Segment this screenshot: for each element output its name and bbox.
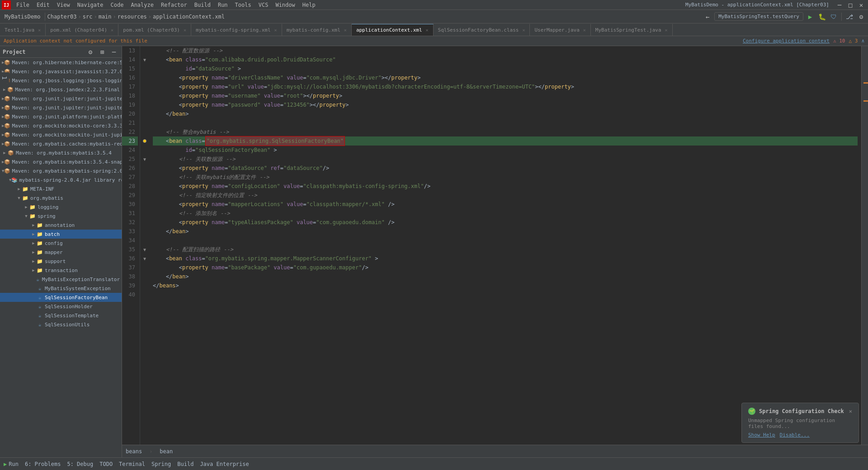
tree-maven-mockito-core[interactable]: ▶ 📦 Maven: org.mockito:mockito-core:3.3.… <box>0 121 122 130</box>
tab-pom3-close[interactable]: ✕ <box>184 28 186 33</box>
fold-icon-14[interactable]: ▼ <box>143 57 146 62</box>
tree-mybatis-spring-jar[interactable]: ▼ 📚 mybatis-spring-2.0.4.jar library roo… <box>0 175 122 184</box>
close-button[interactable]: ✕ <box>856 0 866 10</box>
problems-tab[interactable]: 6: Problems <box>25 461 61 467</box>
show-help-link[interactable]: Show Help <box>748 432 775 438</box>
breadcrumb-bean[interactable]: bean <box>160 448 173 455</box>
tree-sql-session-utils[interactable]: ☕ SqlSessionUtils <box>0 320 122 329</box>
tab-user-mapper[interactable]: UserMapper.java ✕ <box>530 24 590 36</box>
tree-mapper[interactable]: ▶ 📁 mapper <box>0 248 122 257</box>
minimize-button[interactable]: ─ <box>835 0 844 10</box>
tree-sql-session-template[interactable]: ☕ SqlSessionTemplate <box>0 311 122 320</box>
tree-batch[interactable]: ▶ 📁 batch <box>0 230 122 239</box>
tree-sql-session-holder[interactable]: ☕ SqlSessionHolder <box>0 302 122 311</box>
project-panel-tab[interactable]: 1 <box>1 74 8 81</box>
fold-icon-35[interactable]: ▼ <box>143 247 146 252</box>
tab-application-context[interactable]: applicationContext.xml ✕ <box>352 24 434 36</box>
menu-file[interactable]: File <box>13 0 33 10</box>
debug-tab[interactable]: 5: Debug <box>67 461 93 467</box>
tab-mybatis-config-close[interactable]: ✕ <box>344 28 347 33</box>
java-class-icon: ☕ <box>36 312 43 319</box>
tree-meta-inf[interactable]: ▶ 📁 META-INF <box>0 184 122 193</box>
git-button[interactable]: ⎇ <box>844 12 854 22</box>
tab-mybatis-config-spring[interactable]: mybatis-config-spring.xml ✕ <box>191 24 282 36</box>
menu-edit[interactable]: Edit <box>33 0 53 10</box>
tree-maven-junit-platform[interactable]: ▶ 📦 Maven: org.junit.platform:junit-plat… <box>0 112 122 121</box>
tree-maven-mybatis[interactable]: ▶ 📦 Maven: org.mybatis:mybatis:3.5.4 <box>0 148 122 157</box>
coverage-button[interactable]: 🛡 <box>829 12 839 22</box>
configure-link[interactable]: Configure application context <box>743 38 830 44</box>
tree-maven-jboss-logging[interactable]: ▶ 📦 Maven: org.jboss.logging:jboss-loggi… <box>0 76 122 85</box>
tree-maven-mybatis-spring[interactable]: ▼ 📦 Maven: org.mybatis:mybatis-spring:2.… <box>0 166 122 175</box>
code-line-37: <property name="basePackage" value="com.… <box>153 263 858 272</box>
menu-navigate[interactable]: Navigate <box>74 0 107 10</box>
fold-icon-25[interactable]: ▼ <box>143 157 146 162</box>
tree-mybatis-exception[interactable]: ☕ MyBatisExceptionTranslator <box>0 275 122 284</box>
settings-button[interactable]: ⚙ <box>856 12 866 22</box>
java-enterprise-tab[interactable]: Java Enterprise <box>200 461 249 467</box>
tree-support[interactable]: ▶ 📁 support <box>0 257 122 266</box>
tab-user-mapper-close[interactable]: ✕ <box>583 28 586 33</box>
menu-build[interactable]: Build <box>191 0 214 10</box>
tab-pom4-close[interactable]: ✕ <box>111 28 113 33</box>
tree-maven-hibernate[interactable]: ▶ 📦 Maven: org.hibernate:hibernate-core:… <box>0 58 122 67</box>
tab-mybatis-spring-test-close[interactable]: ✕ <box>665 28 668 33</box>
tab-mybatis-spring-test[interactable]: MyBatisSpringTest.java ✕ <box>591 24 673 36</box>
tab-application-context-close[interactable]: ✕ <box>426 28 429 33</box>
fold-icon-36[interactable]: ▼ <box>143 256 146 261</box>
sidebar-collapse-button[interactable]: ─ <box>109 47 119 57</box>
tab-pom3[interactable]: pom.xml (Chapter03) ✕ <box>118 24 191 36</box>
terminal-tab[interactable]: Terminal <box>119 461 145 467</box>
tree-org-mybatis[interactable]: ▼ 📁 org.mybatis <box>0 193 122 202</box>
debug-button[interactable]: 🐛 <box>817 12 827 22</box>
sidebar-layout-button[interactable]: ⊞ <box>97 47 107 57</box>
tab-pom4[interactable]: pom.xml (Chapter04) ✕ <box>46 24 118 36</box>
tab-test1-close[interactable]: ✕ <box>38 28 41 33</box>
line-13: 13 <box>122 46 138 55</box>
tab-mybatis-config[interactable]: mybatis-config.xml ✕ <box>282 24 352 36</box>
tree-maven-mybatis-redis[interactable]: ▶ 📦 Maven: org.mybatis.caches:mybatis-re… <box>0 139 122 148</box>
tab-sql-session-factory-close[interactable]: ✕ <box>522 28 525 33</box>
tab-mybatis-config-label: mybatis-config.xml <box>287 27 340 33</box>
tree-logging[interactable]: ▶ 📁 logging <box>0 202 122 212</box>
tree-sql-session-factory-bean[interactable]: ☕ SqlSessionFactoryBean <box>0 293 122 302</box>
todo-tab[interactable]: TODO <box>99 461 113 467</box>
disable-link[interactable]: Disable... <box>780 432 810 438</box>
tab-sql-session-factory[interactable]: SqlSessionFactoryBean.class ✕ <box>434 24 530 36</box>
maximize-button[interactable]: □ <box>845 0 855 10</box>
sidebar-tree: ▶ 📦 Maven: org.hibernate:hibernate-core:… <box>0 58 122 457</box>
tree-maven-mybatis-snapshot[interactable]: ▶ 📦 Maven: org.mybatis:mybatis:3.5.4-sna… <box>0 157 122 166</box>
menu-view[interactable]: View <box>53 0 74 10</box>
tree-maven-junit-engine[interactable]: ▶ 📦 Maven: org.junit.jupiter:junit-jupit… <box>0 103 122 112</box>
tab-test1[interactable]: Test1.java ✕ <box>0 24 46 36</box>
tree-mybatis-system-exception[interactable]: ☕ MyBatisSystemException <box>0 284 122 293</box>
tree-maven-mockito-junit[interactable]: ▶ 📦 Maven: org.mockito:mockito-junit-jup… <box>0 130 122 139</box>
menu-analyze[interactable]: Analyze <box>127 0 157 10</box>
tree-config[interactable]: ▶ 📁 config <box>0 239 122 248</box>
tree-maven-javassist[interactable]: ▶ 📦 Maven: org.javassist:javassist:3.27.… <box>0 67 122 76</box>
close-notification-button[interactable]: ✕ <box>849 408 852 414</box>
build-tab[interactable]: Build <box>177 461 193 467</box>
tree-spring[interactable]: ▼ 📁 spring <box>0 212 122 221</box>
tree-annotation[interactable]: ▶ 📁 annotation <box>0 221 122 230</box>
menu-help[interactable]: Help <box>299 0 319 10</box>
menu-tools[interactable]: Tools <box>231 0 255 10</box>
menu-vcs[interactable]: VCS <box>255 0 272 10</box>
menu-run[interactable]: Run <box>214 0 231 10</box>
code-area[interactable]: <!-- 配置数据源 --> <bean class="com.alibaba.… <box>149 46 861 445</box>
tree-maven-jboss-jandex[interactable]: ▶ 📦 Maven: org.jboss.jandex:2.2.3.Final <box>0 85 122 94</box>
run-tool-tab[interactable]: ▶ Run <box>4 461 19 467</box>
run-config-dropdown[interactable]: MyBatisSpringTest.testQuery <box>714 12 803 21</box>
sidebar-settings-button[interactable]: ⚙ <box>85 47 95 57</box>
tree-transaction[interactable]: ▶ 📁 transaction <box>0 266 122 275</box>
menu-refactor[interactable]: Refactor <box>157 0 191 10</box>
spring-tab[interactable]: Spring <box>151 461 171 467</box>
back-button[interactable]: ← <box>703 12 712 22</box>
run-button[interactable]: ▶ <box>805 12 815 22</box>
breadcrumb-beans[interactable]: beans <box>126 448 142 455</box>
tree-maven-junit-api[interactable]: ▶ 📦 Maven: org.junit.jupiter:junit-jupit… <box>0 94 122 103</box>
menu-window[interactable]: Window <box>272 0 298 10</box>
expand-icon[interactable]: ∧ <box>861 38 864 44</box>
menu-code[interactable]: Code <box>107 0 127 10</box>
tab-mybatis-config-spring-close[interactable]: ✕ <box>274 28 277 33</box>
